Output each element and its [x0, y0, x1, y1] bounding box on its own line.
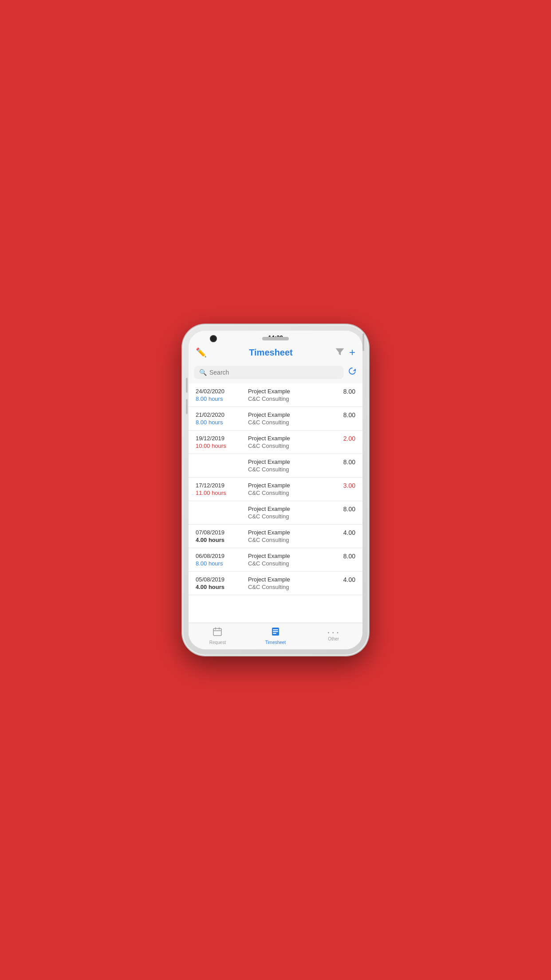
item-date-block — [196, 506, 244, 520]
tab-bar: Request Timesheet • • • Other — [189, 623, 362, 649]
svg-rect-0 — [213, 628, 221, 636]
timesheet-icon — [271, 627, 280, 639]
item-value: 8.00 — [343, 458, 355, 466]
timesheet-list: 24/02/2020 8.00 hours Project Example C&… — [189, 383, 362, 623]
phone-camera — [210, 335, 217, 342]
item-project-block: Project Example C&C Consulting — [244, 576, 333, 590]
item-hours: 10.00 hours — [196, 443, 244, 449]
item-date: 19/12/2019 — [196, 435, 244, 442]
list-item[interactable]: 17/12/2019 11.00 hours Project Example C… — [189, 478, 362, 501]
item-value-block: 2.00 — [333, 435, 355, 449]
item-company: C&C Consulting — [248, 560, 330, 567]
list-item[interactable]: 19/12/2019 10.00 hours Project Example C… — [189, 431, 362, 454]
item-company: C&C Consulting — [248, 490, 330, 496]
item-company: C&C Consulting — [248, 584, 330, 590]
item-value: 3.00 — [343, 482, 355, 489]
item-hours: 4.00 hours — [196, 537, 244, 543]
item-value-block: 3.00 — [333, 482, 355, 496]
item-date-block: 24/02/2020 8.00 hours — [196, 388, 244, 402]
add-icon[interactable]: + — [349, 346, 355, 359]
tab-request-label: Request — [209, 640, 226, 645]
list-item[interactable]: 24/02/2020 8.00 hours Project Example C&… — [189, 383, 362, 407]
item-project: Project Example — [248, 458, 330, 465]
tab-timesheet-label: Timesheet — [265, 640, 286, 645]
search-input[interactable] — [209, 369, 338, 376]
svg-rect-7 — [273, 633, 276, 634]
item-project-block: Project Example C&C Consulting — [244, 529, 333, 543]
item-company: C&C Consulting — [248, 395, 330, 402]
item-hours: 8.00 hours — [196, 560, 244, 567]
list-item[interactable]: Project Example C&C Consulting 8.00 — [189, 454, 362, 478]
item-value: 4.00 — [343, 529, 355, 536]
item-project-block: Project Example C&C Consulting — [244, 435, 333, 449]
tab-timesheet[interactable]: Timesheet — [247, 627, 305, 645]
item-project-block: Project Example C&C Consulting — [244, 553, 333, 567]
list-item[interactable]: 05/08/2019 4.00 hours Project Example C&… — [189, 572, 362, 595]
list-item[interactable]: 06/08/2019 8.00 hours Project Example C&… — [189, 548, 362, 572]
item-company: C&C Consulting — [248, 443, 330, 449]
item-date: 05/08/2019 — [196, 576, 244, 583]
item-hours: 8.00 hours — [196, 395, 244, 402]
search-bar: 🔍 — [189, 363, 362, 383]
item-project: Project Example — [248, 388, 330, 395]
item-hours: 11.00 hours — [196, 490, 244, 496]
filter-icon[interactable] — [335, 347, 345, 358]
item-project-block: Project Example C&C Consulting — [244, 482, 333, 496]
item-company: C&C Consulting — [248, 513, 330, 520]
item-date: 21/02/2020 — [196, 411, 244, 418]
item-value: 2.00 — [343, 435, 355, 442]
item-value: 8.00 — [343, 506, 355, 513]
search-input-wrapper: 🔍 — [194, 366, 344, 379]
item-project: Project Example — [248, 482, 330, 489]
phone-volume-buttons — [186, 378, 188, 414]
list-item[interactable]: 21/02/2020 8.00 hours Project Example C&… — [189, 407, 362, 431]
svg-rect-6 — [273, 631, 278, 632]
item-value: 8.00 — [343, 411, 355, 419]
list-item[interactable]: Project Example C&C Consulting 8.00 — [189, 501, 362, 525]
item-project: Project Example — [248, 529, 330, 536]
item-value-block: 8.00 — [333, 506, 355, 520]
item-hours: 4.00 hours — [196, 584, 244, 590]
phone-speaker — [262, 337, 289, 340]
item-project: Project Example — [248, 553, 330, 559]
item-date-block — [196, 458, 244, 473]
item-company: C&C Consulting — [248, 537, 330, 543]
nav-bar: ✏️ Timesheet + — [189, 343, 362, 363]
item-project: Project Example — [248, 576, 330, 583]
edit-icon[interactable]: ✏️ — [196, 347, 207, 358]
item-project-block: Project Example C&C Consulting — [244, 458, 333, 473]
list-item[interactable]: 07/08/2019 4.00 hours Project Example C&… — [189, 525, 362, 548]
nav-left: ✏️ — [196, 347, 207, 358]
svg-rect-5 — [273, 629, 278, 630]
item-project: Project Example — [248, 435, 330, 442]
search-icon: 🔍 — [199, 369, 207, 376]
item-project-block: Project Example C&C Consulting — [244, 411, 333, 426]
item-hours: 8.00 hours — [196, 419, 244, 426]
item-date-block: 07/08/2019 4.00 hours — [196, 529, 244, 543]
item-value-block: 8.00 — [333, 388, 355, 402]
item-project: Project Example — [248, 411, 330, 418]
phone-power-button — [362, 333, 364, 351]
item-company: C&C Consulting — [248, 466, 330, 473]
item-date: 24/02/2020 — [196, 388, 244, 395]
item-date: 07/08/2019 — [196, 529, 244, 536]
item-value-block: 4.00 — [333, 529, 355, 543]
item-value: 4.00 — [343, 576, 355, 583]
calendar-icon — [213, 627, 222, 639]
phone-screen: 14:30 ✏️ Timesheet + 🔍 — [189, 331, 362, 649]
item-project: Project Example — [248, 506, 330, 512]
item-date-block: 05/08/2019 4.00 hours — [196, 576, 244, 590]
phone-device: 14:30 ✏️ Timesheet + 🔍 — [182, 324, 369, 656]
item-value-block: 4.00 — [333, 576, 355, 590]
item-date: 06/08/2019 — [196, 553, 244, 559]
refresh-icon[interactable] — [347, 367, 357, 379]
item-date-block: 19/12/2019 10.00 hours — [196, 435, 244, 449]
item-value: 8.00 — [343, 388, 355, 395]
tab-other[interactable]: • • • Other — [304, 630, 362, 641]
nav-right: + — [335, 346, 355, 359]
more-icon: • • • — [328, 630, 339, 635]
item-date-block: 21/02/2020 8.00 hours — [196, 411, 244, 426]
tab-request[interactable]: Request — [189, 627, 247, 645]
item-project-block: Project Example C&C Consulting — [244, 388, 333, 402]
item-value-block: 8.00 — [333, 553, 355, 567]
